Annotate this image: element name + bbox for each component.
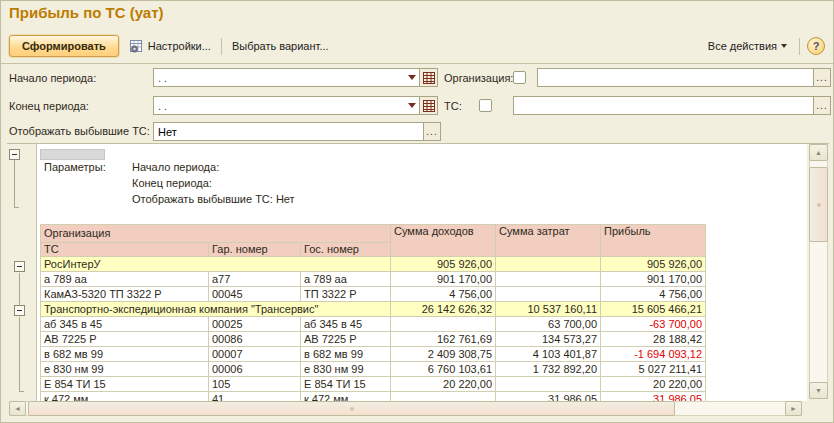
profit-cell[interactable]: 901 170,00	[601, 272, 706, 287]
income-cell[interactable]: 6 760 103,61	[391, 362, 496, 377]
income-cell[interactable]	[391, 392, 496, 402]
help-button[interactable]: ?	[807, 37, 825, 55]
profit-cell[interactable]: 20 220,00	[601, 377, 706, 392]
expense-cell[interactable]	[496, 257, 601, 272]
gar-cell[interactable]: 105	[209, 377, 301, 392]
profit-cell[interactable]: 15 605 466,21	[601, 302, 706, 317]
income-cell[interactable]: 4 756,00	[391, 287, 496, 302]
vertical-scrollbar-thumb[interactable]	[809, 167, 828, 242]
profit-cell[interactable]: 31 986,05	[601, 392, 706, 402]
gar-cell[interactable]: 00045	[209, 287, 301, 302]
ts-cell[interactable]: Е 854 ТИ 15	[41, 377, 209, 392]
gos-cell[interactable]: АВ 7225 Р	[301, 332, 391, 347]
organization-checkbox[interactable]	[513, 71, 526, 84]
expense-cell[interactable]: 134 573,27	[496, 332, 601, 347]
scroll-down-button[interactable]: ▼	[809, 382, 828, 399]
ts-cell[interactable]: в 682 мв 99	[41, 347, 209, 362]
expense-cell[interactable]: 31 986,05	[496, 392, 601, 402]
gos-cell[interactable]: а 789 аа	[301, 272, 391, 287]
expense-cell[interactable]: 4 103 401,87	[496, 347, 601, 362]
expense-cell[interactable]: 63 700,00	[496, 317, 601, 332]
expense-cell[interactable]	[496, 272, 601, 287]
gos-cell[interactable]: Е 854 ТИ 15	[301, 377, 391, 392]
group-name-cell[interactable]: РосИнтерУ	[41, 257, 391, 272]
income-cell[interactable]: 905 926,00	[391, 257, 496, 272]
gar-cell[interactable]: 00086	[209, 332, 301, 347]
vehicle-input[interactable]: ...	[513, 96, 831, 115]
table-row: к 472 мм 41 к 472 мм 31 986,05 31 986,05	[41, 392, 706, 402]
profit-cell[interactable]: -1 694 093,12	[601, 347, 706, 362]
gos-cell[interactable]: ТП 3322 Р	[301, 287, 391, 302]
tree-line	[19, 273, 20, 305]
income-cell[interactable]: 26 142 626,32	[391, 302, 496, 317]
ts-cell[interactable]: а 789 аа	[41, 272, 209, 287]
page-title: Прибыль по ТС (уат)	[9, 4, 164, 21]
income-cell[interactable]	[391, 317, 496, 332]
period-start-calendar-button[interactable]	[419, 69, 437, 86]
period-start-value: . .	[154, 69, 404, 86]
gos-cell[interactable]: аб 345 в 45	[301, 317, 391, 332]
organization-input[interactable]: ...	[537, 68, 831, 87]
scroll-right-icon: ►	[790, 405, 797, 412]
collapse-group-toggle[interactable]	[14, 261, 25, 272]
period-end-calendar-button[interactable]	[419, 97, 437, 114]
column-header-expense[interactable]: Сумма затрат	[496, 225, 601, 257]
column-header-income[interactable]: Сумма доходов	[391, 225, 496, 257]
period-start-input[interactable]: . .	[153, 68, 438, 87]
gar-cell[interactable]: 00025	[209, 317, 301, 332]
period-end-dropdown-button[interactable]	[404, 97, 419, 114]
gar-cell[interactable]: 00007	[209, 347, 301, 362]
selected-cell[interactable]	[40, 149, 105, 160]
collapse-report-toggle[interactable]	[9, 149, 20, 160]
scroll-up-button[interactable]: ▲	[809, 144, 828, 161]
vehicle-ellipsis-button[interactable]: ...	[813, 97, 830, 114]
period-end-input[interactable]: . .	[153, 96, 438, 115]
group-name-cell[interactable]: Транспортно-экспедиционная компания "Тра…	[41, 302, 391, 317]
profit-cell[interactable]: 905 926,00	[601, 257, 706, 272]
income-cell[interactable]: 20 220,00	[391, 377, 496, 392]
horizontal-scrollbar-thumb[interactable]	[28, 401, 675, 416]
ts-cell[interactable]: к 472 мм	[41, 392, 209, 402]
income-cell[interactable]: 162 761,69	[391, 332, 496, 347]
ts-cell[interactable]: АВ 7225 Р	[41, 332, 209, 347]
scroll-left-button[interactable]: ◄	[9, 401, 26, 416]
income-cell[interactable]: 901 170,00	[391, 272, 496, 287]
expense-cell[interactable]	[496, 287, 601, 302]
vehicle-checkbox[interactable]	[479, 99, 492, 112]
gar-cell[interactable]: 41	[209, 392, 301, 402]
column-header-ts[interactable]: ТС	[41, 243, 209, 257]
profit-cell[interactable]: 28 188,42	[601, 332, 706, 347]
expense-cell[interactable]: 1 732 892,20	[496, 362, 601, 377]
report-window: Прибыль по ТС (уат) Сформировать Настрой…	[0, 0, 834, 423]
all-actions-button[interactable]: Все действия	[703, 38, 792, 54]
column-header-profit[interactable]: Прибыль	[601, 225, 706, 257]
table-row: в 682 мв 99 00007 в 682 мв 99 2 409 308,…	[41, 347, 706, 362]
ts-cell[interactable]: аб 345 в 45	[41, 317, 209, 332]
gos-cell[interactable]: к 472 мм	[301, 392, 391, 402]
choose-variant-button[interactable]: Выбрать вариант...	[227, 38, 334, 54]
period-start-dropdown-button[interactable]	[404, 69, 419, 86]
expense-cell[interactable]: 10 537 160,11	[496, 302, 601, 317]
profit-cell[interactable]: 5 027 211,41	[601, 362, 706, 377]
ts-cell[interactable]: КамАЗ-5320 ТП 3322 Р	[41, 287, 209, 302]
column-header-gar[interactable]: Гар. номер	[209, 243, 301, 257]
profit-cell[interactable]: -63 700,00	[601, 317, 706, 332]
profit-cell[interactable]: 4 756,00	[601, 287, 706, 302]
gar-cell[interactable]: а77	[209, 272, 301, 287]
ts-cell[interactable]: е 830 нм 99	[41, 362, 209, 377]
gos-cell[interactable]: е 830 нм 99	[301, 362, 391, 377]
organization-ellipsis-button[interactable]: ...	[813, 69, 830, 86]
settings-button[interactable]: Настройки...	[124, 37, 216, 56]
show-retired-ellipsis-button[interactable]: ...	[423, 123, 440, 140]
expense-cell[interactable]	[496, 377, 601, 392]
income-cell[interactable]: 2 409 308,75	[391, 347, 496, 362]
gos-cell[interactable]: в 682 мв 99	[301, 347, 391, 362]
gar-cell[interactable]: 00006	[209, 362, 301, 377]
collapse-group-toggle[interactable]	[14, 305, 25, 316]
scroll-right-button[interactable]: ►	[785, 401, 802, 416]
organization-label: Организация:	[444, 72, 513, 84]
show-retired-input[interactable]: Нет ...	[153, 122, 441, 141]
generate-button[interactable]: Сформировать	[9, 35, 119, 57]
column-header-gos[interactable]: Гос. номер	[301, 243, 391, 257]
column-header-org[interactable]: Организация	[41, 225, 391, 243]
